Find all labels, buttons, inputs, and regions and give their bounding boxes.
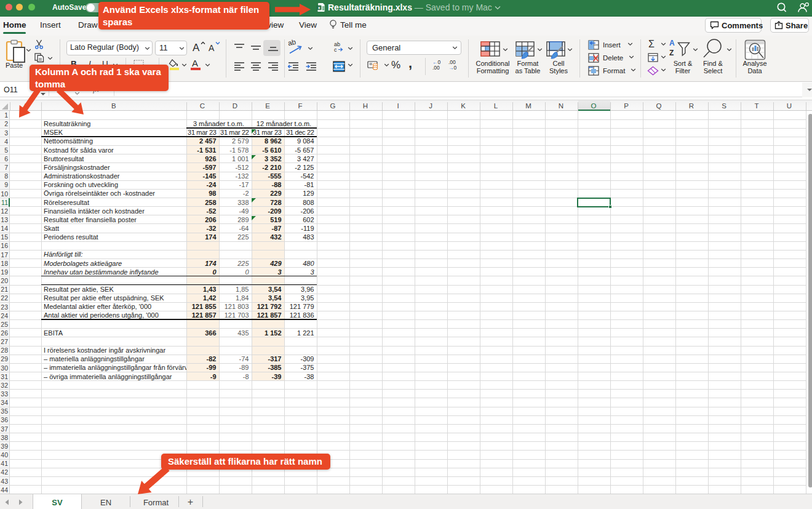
svg-text:x: x <box>317 6 320 10</box>
svg-text:c: c <box>334 47 337 53</box>
